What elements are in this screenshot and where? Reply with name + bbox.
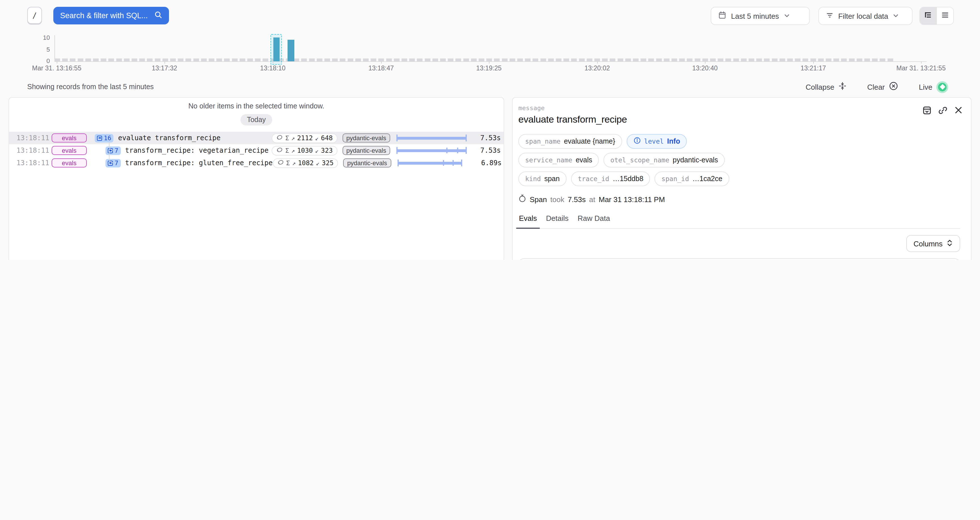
empty-buckets-dashes bbox=[54, 59, 894, 61]
sort-chevrons-icon bbox=[947, 239, 953, 248]
x-tick bbox=[705, 61, 705, 64]
records-histogram[interactable]: 10 5 0 Mar 31. 13:16:55 13:17:32 13:18:1… bbox=[0, 32, 980, 77]
sigma-icon: Σ bbox=[285, 134, 289, 141]
arrow-down-left-icon: ↙ bbox=[315, 147, 319, 154]
tab-details[interactable]: Details bbox=[546, 214, 569, 223]
sigma-icon: Σ bbox=[285, 147, 289, 154]
tab-evals[interactable]: Evals bbox=[519, 214, 537, 223]
span-timestamp: Mar 31 13:18:11 PM bbox=[598, 195, 665, 204]
x-tick bbox=[381, 61, 382, 64]
sigma-icon: Σ bbox=[286, 160, 290, 166]
took-word: took bbox=[550, 195, 564, 204]
tag-value: …1ca2ce bbox=[692, 175, 722, 183]
otel-scope-tag[interactable]: otel_scope_name pydantic-evals bbox=[604, 153, 725, 167]
columns-button[interactable]: Columns bbox=[906, 235, 960, 252]
close-icon[interactable] bbox=[954, 105, 963, 118]
trace-timestamp: 13:18:11 bbox=[16, 147, 49, 155]
dock-panel-icon[interactable] bbox=[922, 105, 932, 118]
tag-value: …15ddb8 bbox=[612, 175, 643, 183]
scope-badge[interactable]: pydantic-evals bbox=[342, 146, 390, 155]
duration-text: 7.53s bbox=[468, 147, 501, 155]
span-title: evaluate transform_recipe bbox=[519, 114, 960, 126]
duration-bar bbox=[397, 160, 468, 166]
detail-header-actions bbox=[922, 105, 963, 118]
trace-id-tag[interactable]: trace_id …15ddb8 bbox=[571, 171, 650, 186]
showing-records-text: Showing records from the last 5 minutes bbox=[27, 83, 154, 91]
collapse-box-icon bbox=[97, 136, 102, 140]
tag-row: span_name evaluate {name} level Info bbox=[519, 134, 960, 149]
span-word: Span bbox=[530, 195, 547, 204]
histogram-bar[interactable] bbox=[288, 40, 294, 61]
arrow-up-right-icon: ↗ bbox=[292, 160, 296, 166]
tag-row: kind span trace_id …15ddb8 span_id …1ca2… bbox=[519, 171, 960, 186]
duration-bar bbox=[396, 147, 467, 154]
tag-key: kind bbox=[525, 175, 541, 183]
tokens-up-value: 1030 bbox=[297, 147, 313, 155]
empty-window-notice: No older items in the selected time wind… bbox=[9, 102, 504, 110]
chevron-down-icon bbox=[892, 12, 899, 20]
status-bar: Showing records from the last 5 minutes … bbox=[27, 81, 948, 93]
tree-view-toggle[interactable] bbox=[920, 7, 937, 24]
info-icon bbox=[633, 136, 641, 147]
x-tick-label: 13:19:25 bbox=[476, 65, 502, 72]
scope-badge[interactable]: pydantic-evals bbox=[343, 158, 391, 167]
service-badge[interactable]: evals bbox=[52, 133, 87, 142]
live-indicator-icon[interactable] bbox=[936, 81, 948, 93]
list-view-toggle[interactable] bbox=[937, 7, 953, 24]
coin-icon bbox=[277, 159, 284, 167]
x-tick-label: Mar 31. 13:16:55 bbox=[32, 65, 81, 72]
evals-table-header: Case name Metrics Assertions bbox=[519, 259, 959, 260]
span-name-tag[interactable]: span_name evaluate {name} bbox=[519, 134, 622, 149]
trace-list-panel: No older items in the selected time wind… bbox=[8, 97, 504, 260]
arrow-down-left-icon: ↙ bbox=[316, 160, 320, 166]
span-count: 7 bbox=[115, 147, 118, 154]
y-tick-label: 10 bbox=[33, 34, 50, 41]
at-word: at bbox=[589, 195, 595, 204]
tag-value: Info bbox=[667, 137, 680, 145]
clear-button[interactable]: Clear bbox=[867, 81, 898, 93]
list-icon bbox=[941, 11, 950, 21]
span-count: 7 bbox=[115, 159, 118, 167]
collapse-button[interactable]: Collapse bbox=[806, 82, 847, 92]
trace-row[interactable]: 13:18:11 evals 7 transform_recipe: veget… bbox=[9, 144, 504, 157]
filter-label: Filter local data bbox=[838, 12, 888, 20]
trace-message: evaluate transform_recipe bbox=[118, 134, 221, 142]
tag-key: level bbox=[644, 137, 663, 145]
copy-link-icon[interactable] bbox=[938, 105, 948, 118]
tree-list-icon bbox=[924, 11, 933, 21]
span-count-badge[interactable]: 16 bbox=[95, 134, 114, 142]
span-id-tag[interactable]: span_id …1ca2ce bbox=[655, 171, 729, 186]
tokens-up-value: 1082 bbox=[298, 159, 313, 167]
y-axis-line bbox=[54, 35, 55, 61]
kind-tag[interactable]: kind span bbox=[519, 171, 566, 186]
columns-label: Columns bbox=[913, 239, 943, 248]
scope-badge[interactable]: pydantic-evals bbox=[342, 133, 390, 142]
duration-text: 6.89s bbox=[469, 159, 502, 167]
time-selection-brush[interactable] bbox=[270, 34, 282, 65]
x-tick bbox=[57, 61, 57, 64]
tree-connector bbox=[109, 150, 113, 163]
tokens-up-value: 2112 bbox=[297, 134, 313, 142]
trace-row[interactable]: 13:18:11 evals 7 transform_recipe: glute… bbox=[9, 157, 504, 169]
collapse-vertical-icon bbox=[838, 82, 847, 92]
arrow-up-right-icon: ↗ bbox=[291, 134, 295, 141]
time-range-button[interactable]: Last 5 minutes bbox=[711, 7, 810, 25]
tag-value: span bbox=[544, 175, 560, 183]
duration-text: 7.53s bbox=[468, 134, 501, 142]
level-tag[interactable]: level Info bbox=[627, 134, 687, 149]
clear-circle-x-icon bbox=[889, 81, 898, 93]
span-count: 16 bbox=[104, 134, 111, 142]
service-badge[interactable]: evals bbox=[52, 146, 87, 155]
search-button[interactable]: Search & filter with SQL... bbox=[53, 7, 169, 24]
filter-local-data-button[interactable]: Filter local data bbox=[818, 7, 913, 25]
x-tick bbox=[921, 61, 921, 64]
trace-rows: 13:18:11 evals 16 evaluate transform_rec… bbox=[9, 132, 504, 169]
live-toggle[interactable]: Live bbox=[919, 81, 948, 93]
x-tick bbox=[489, 61, 490, 64]
calendar-icon bbox=[718, 11, 727, 21]
trace-row[interactable]: 13:18:11 evals 16 evaluate transform_rec… bbox=[9, 132, 504, 144]
service-name-tag[interactable]: service_name evals bbox=[519, 153, 599, 167]
tokens-down-value: 323 bbox=[321, 147, 333, 155]
tab-raw-data[interactable]: Raw Data bbox=[578, 214, 610, 223]
service-badge[interactable]: evals bbox=[52, 158, 87, 167]
